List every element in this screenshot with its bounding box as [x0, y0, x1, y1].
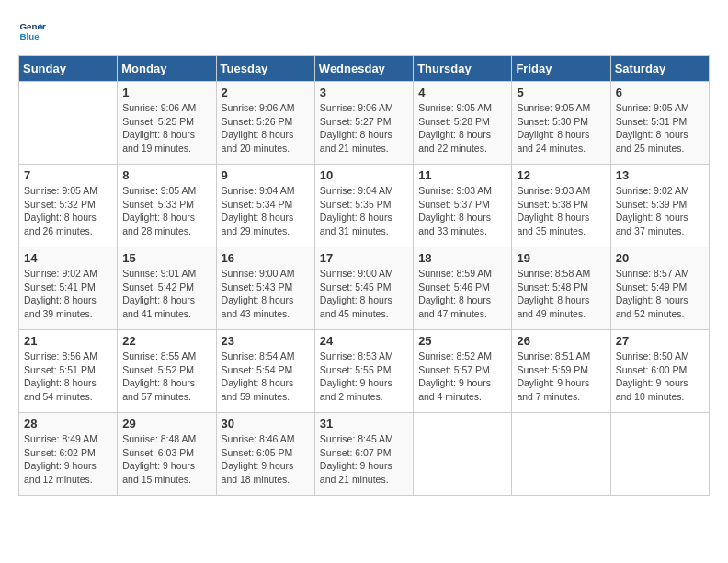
- calendar-cell: 3Sunrise: 9:06 AMSunset: 5:27 PMDaylight…: [314, 82, 413, 165]
- calendar-cell: 13Sunrise: 9:02 AMSunset: 5:39 PMDayligh…: [610, 165, 709, 247]
- day-number: 9: [222, 168, 310, 182]
- cell-info: Sunrise: 8:58 AMSunset: 5:48 PMDaylight:…: [517, 267, 605, 321]
- day-number: 11: [418, 168, 506, 182]
- page-header: General Blue: [18, 18, 710, 46]
- calendar-cell: [19, 82, 118, 165]
- calendar-cell: [610, 413, 709, 496]
- calendar-cell: 11Sunrise: 9:03 AMSunset: 5:37 PMDayligh…: [414, 165, 512, 247]
- day-number: 21: [24, 334, 112, 348]
- calendar-cell: 8Sunrise: 9:05 AMSunset: 5:33 PMDaylight…: [118, 165, 216, 247]
- calendar-cell: 19Sunrise: 8:58 AMSunset: 5:48 PMDayligh…: [512, 247, 610, 330]
- calendar-cell: 24Sunrise: 8:53 AMSunset: 5:55 PMDayligh…: [314, 330, 413, 413]
- cell-info: Sunrise: 9:01 AMSunset: 5:42 PMDaylight:…: [122, 267, 210, 321]
- calendar-cell: 14Sunrise: 9:02 AMSunset: 5:41 PMDayligh…: [19, 247, 118, 330]
- day-number: 26: [517, 334, 605, 348]
- day-number: 16: [222, 251, 310, 265]
- calendar-cell: 22Sunrise: 8:55 AMSunset: 5:52 PMDayligh…: [118, 330, 216, 413]
- cell-info: Sunrise: 8:52 AMSunset: 5:57 PMDaylight:…: [418, 350, 506, 404]
- day-number: 18: [418, 251, 506, 265]
- day-number: 7: [24, 168, 112, 182]
- cell-info: Sunrise: 8:48 AMSunset: 6:03 PMDaylight:…: [122, 432, 210, 487]
- day-number: 15: [122, 251, 210, 265]
- calendar-cell: 17Sunrise: 9:00 AMSunset: 5:45 PMDayligh…: [314, 247, 413, 330]
- cell-info: Sunrise: 9:06 AMSunset: 5:27 PMDaylight:…: [320, 101, 408, 155]
- col-header-thursday: Thursday: [414, 56, 512, 82]
- calendar-cell: 26Sunrise: 8:51 AMSunset: 5:59 PMDayligh…: [512, 330, 610, 413]
- cell-info: Sunrise: 9:00 AMSunset: 5:43 PMDaylight:…: [222, 267, 310, 321]
- day-number: 25: [418, 334, 506, 348]
- calendar-cell: 15Sunrise: 9:01 AMSunset: 5:42 PMDayligh…: [118, 247, 216, 330]
- cell-info: Sunrise: 8:45 AMSunset: 6:07 PMDaylight:…: [320, 432, 408, 487]
- cell-info: Sunrise: 9:04 AMSunset: 5:34 PMDaylight:…: [222, 184, 310, 238]
- day-number: 27: [616, 334, 704, 348]
- calendar-cell: 25Sunrise: 8:52 AMSunset: 5:57 PMDayligh…: [414, 330, 512, 413]
- cell-info: Sunrise: 8:49 AMSunset: 6:02 PMDaylight:…: [24, 432, 112, 487]
- day-number: 12: [517, 168, 605, 182]
- cell-info: Sunrise: 8:54 AMSunset: 5:54 PMDaylight:…: [222, 350, 310, 404]
- calendar-cell: 20Sunrise: 8:57 AMSunset: 5:49 PMDayligh…: [610, 247, 709, 330]
- calendar-cell: [414, 413, 512, 496]
- cell-info: Sunrise: 8:55 AMSunset: 5:52 PMDaylight:…: [122, 350, 210, 404]
- day-number: 22: [122, 334, 210, 348]
- calendar-cell: 23Sunrise: 8:54 AMSunset: 5:54 PMDayligh…: [216, 330, 314, 413]
- calendar-cell: 18Sunrise: 8:59 AMSunset: 5:46 PMDayligh…: [414, 247, 512, 330]
- logo: General Blue: [18, 18, 50, 46]
- day-number: 29: [122, 417, 210, 431]
- day-number: 30: [222, 417, 310, 431]
- calendar-cell: 31Sunrise: 8:45 AMSunset: 6:07 PMDayligh…: [314, 413, 413, 496]
- cell-info: Sunrise: 8:51 AMSunset: 5:59 PMDaylight:…: [517, 350, 605, 404]
- calendar-cell: 12Sunrise: 9:03 AMSunset: 5:38 PMDayligh…: [512, 165, 610, 247]
- day-number: 31: [320, 417, 408, 431]
- col-header-wednesday: Wednesday: [314, 56, 413, 82]
- day-number: 10: [320, 168, 408, 182]
- col-header-friday: Friday: [512, 56, 610, 82]
- svg-text:Blue: Blue: [20, 31, 40, 41]
- day-number: 24: [320, 334, 408, 348]
- col-header-sunday: Sunday: [19, 56, 118, 82]
- cell-info: Sunrise: 9:03 AMSunset: 5:37 PMDaylight:…: [418, 184, 506, 238]
- cell-info: Sunrise: 9:04 AMSunset: 5:35 PMDaylight:…: [320, 184, 408, 238]
- cell-info: Sunrise: 9:06 AMSunset: 5:25 PMDaylight:…: [122, 101, 210, 155]
- day-number: 23: [222, 334, 310, 348]
- calendar-cell: 5Sunrise: 9:05 AMSunset: 5:30 PMDaylight…: [512, 82, 610, 165]
- day-number: 8: [122, 168, 210, 182]
- cell-info: Sunrise: 9:06 AMSunset: 5:26 PMDaylight:…: [222, 101, 310, 155]
- cell-info: Sunrise: 8:56 AMSunset: 5:51 PMDaylight:…: [24, 350, 112, 404]
- calendar-cell: [512, 413, 610, 496]
- cell-info: Sunrise: 9:02 AMSunset: 5:41 PMDaylight:…: [24, 267, 112, 321]
- day-number: 3: [320, 86, 408, 99]
- calendar-cell: 2Sunrise: 9:06 AMSunset: 5:26 PMDaylight…: [216, 82, 314, 165]
- day-number: 20: [616, 251, 704, 265]
- calendar-cell: 28Sunrise: 8:49 AMSunset: 6:02 PMDayligh…: [19, 413, 118, 496]
- calendar-cell: 1Sunrise: 9:06 AMSunset: 5:25 PMDaylight…: [118, 82, 216, 165]
- cell-info: Sunrise: 9:05 AMSunset: 5:31 PMDaylight:…: [616, 101, 704, 155]
- calendar-cell: 16Sunrise: 9:00 AMSunset: 5:43 PMDayligh…: [216, 247, 314, 330]
- calendar-cell: 27Sunrise: 8:50 AMSunset: 6:00 PMDayligh…: [610, 330, 709, 413]
- calendar-cell: 6Sunrise: 9:05 AMSunset: 5:31 PMDaylight…: [610, 82, 709, 165]
- cell-info: Sunrise: 9:05 AMSunset: 5:33 PMDaylight:…: [122, 184, 210, 238]
- calendar-cell: 7Sunrise: 9:05 AMSunset: 5:32 PMDaylight…: [19, 165, 118, 247]
- day-number: 4: [418, 86, 506, 99]
- day-number: 28: [24, 417, 112, 431]
- calendar-cell: 21Sunrise: 8:56 AMSunset: 5:51 PMDayligh…: [19, 330, 118, 413]
- day-number: 13: [616, 168, 704, 182]
- cell-info: Sunrise: 8:57 AMSunset: 5:49 PMDaylight:…: [616, 267, 704, 321]
- cell-info: Sunrise: 8:46 AMSunset: 6:05 PMDaylight:…: [222, 432, 310, 487]
- calendar-table: SundayMondayTuesdayWednesdayThursdayFrid…: [18, 55, 710, 496]
- day-number: 17: [320, 251, 408, 265]
- cell-info: Sunrise: 9:05 AMSunset: 5:32 PMDaylight:…: [24, 184, 112, 238]
- cell-info: Sunrise: 8:50 AMSunset: 6:00 PMDaylight:…: [616, 350, 704, 404]
- col-header-monday: Monday: [118, 56, 216, 82]
- calendar-cell: 10Sunrise: 9:04 AMSunset: 5:35 PMDayligh…: [314, 165, 413, 247]
- calendar-cell: 30Sunrise: 8:46 AMSunset: 6:05 PMDayligh…: [216, 413, 314, 496]
- day-number: 14: [24, 251, 112, 265]
- day-number: 19: [517, 251, 605, 265]
- cell-info: Sunrise: 9:03 AMSunset: 5:38 PMDaylight:…: [517, 184, 605, 238]
- calendar-cell: 29Sunrise: 8:48 AMSunset: 6:03 PMDayligh…: [118, 413, 216, 496]
- cell-info: Sunrise: 8:53 AMSunset: 5:55 PMDaylight:…: [320, 350, 408, 404]
- calendar-cell: 9Sunrise: 9:04 AMSunset: 5:34 PMDaylight…: [216, 165, 314, 247]
- day-number: 2: [222, 86, 310, 99]
- cell-info: Sunrise: 9:05 AMSunset: 5:30 PMDaylight:…: [517, 101, 605, 155]
- day-number: 6: [616, 86, 704, 99]
- cell-info: Sunrise: 8:59 AMSunset: 5:46 PMDaylight:…: [418, 267, 506, 321]
